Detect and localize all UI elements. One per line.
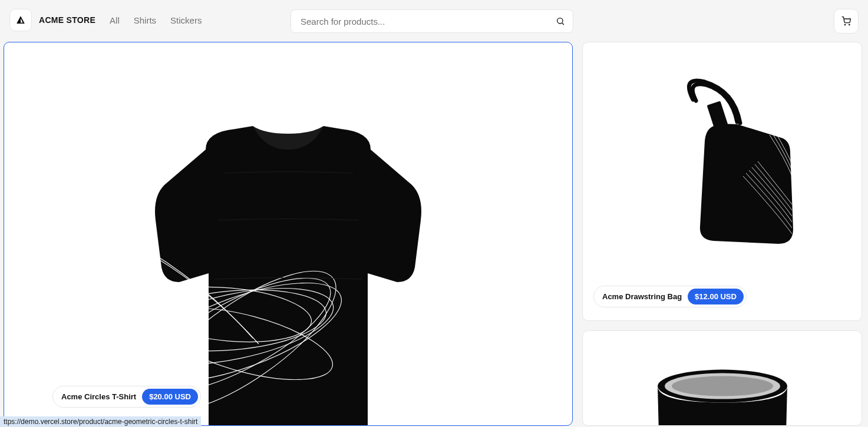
- brand-logo[interactable]: [9, 9, 32, 31]
- triangle-icon: [15, 15, 26, 25]
- nav-link-shirts[interactable]: Shirts: [134, 15, 156, 25]
- cup-image: [640, 363, 805, 426]
- product-price: $20.00 USD: [142, 389, 198, 405]
- header: ACME STORE All Shirts Stickers: [0, 0, 868, 40]
- search-icon: [556, 16, 565, 26]
- price-pill-bag: Acme Drawstring Bag $12.00 USD: [593, 286, 747, 307]
- svg-point-0: [557, 18, 563, 24]
- store-name[interactable]: ACME STORE: [39, 15, 95, 25]
- product-grid: Acme Circles T-Shirt $20.00 USD: [0, 42, 868, 426]
- price-pill-main: Acme Circles T-Shirt $20.00 USD: [52, 386, 201, 408]
- nav-link-all[interactable]: All: [110, 15, 120, 25]
- product-title: Acme Drawstring Bag: [602, 292, 682, 301]
- nav-links: All Shirts Stickers: [110, 15, 202, 25]
- svg-point-14: [672, 376, 773, 396]
- browser-status-bar: ttps://demo.vercel.store/product/acme-ge…: [0, 416, 201, 427]
- search-input[interactable]: [291, 9, 573, 33]
- nav-link-stickers[interactable]: Stickers: [170, 15, 202, 25]
- product-card-cup[interactable]: [582, 330, 862, 426]
- product-price: $12.00 USD: [688, 289, 744, 304]
- bag-image: [640, 76, 805, 264]
- svg-line-1: [562, 23, 564, 25]
- tshirt-image: [88, 73, 489, 426]
- cart-button[interactable]: [834, 9, 859, 34]
- cart-icon: [841, 16, 851, 26]
- product-card-main[interactable]: Acme Circles T-Shirt $20.00 USD: [4, 42, 573, 426]
- side-column: Acme Drawstring Bag $12.00 USD: [582, 42, 862, 426]
- svg-point-3: [849, 24, 850, 25]
- product-title: Acme Circles T-Shirt: [61, 392, 136, 401]
- svg-point-2: [844, 24, 845, 25]
- search-container: [291, 9, 573, 33]
- product-card-bag[interactable]: Acme Drawstring Bag $12.00 USD: [582, 42, 862, 321]
